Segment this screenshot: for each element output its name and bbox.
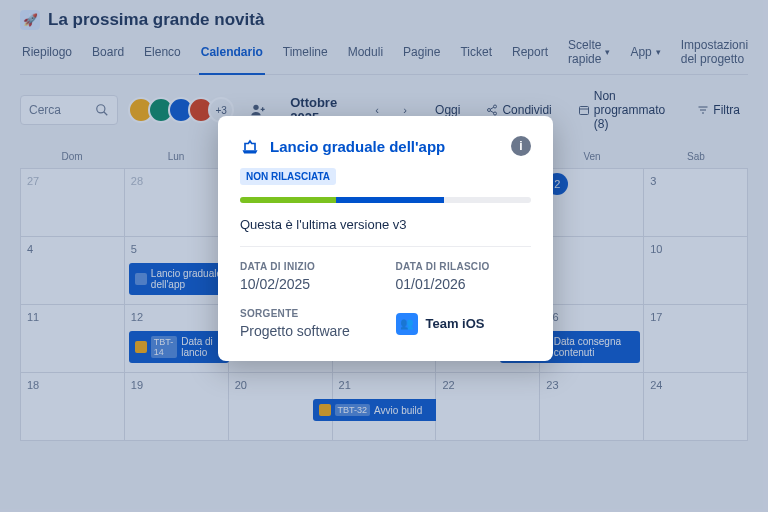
- calendar-cell[interactable]: 10: [644, 237, 748, 305]
- release-date-value: 01/01/2026: [396, 276, 532, 292]
- svg-rect-8: [579, 107, 588, 115]
- start-date-label: DATA DI INIZIO: [240, 261, 376, 272]
- unscheduled-button[interactable]: Non programmato (8): [570, 85, 680, 135]
- svg-point-2: [254, 105, 259, 110]
- calendar-cell[interactable]: 27: [21, 169, 125, 237]
- calendar-cell[interactable]: 5 Lancio graduale dell'app: [125, 237, 229, 305]
- event-tbt14[interactable]: TBT-14 Data di lancio: [129, 331, 229, 363]
- calendar-cell[interactable]: 19: [125, 373, 229, 441]
- svg-line-6: [491, 107, 495, 109]
- tab-pages[interactable]: Pagine: [401, 38, 442, 74]
- tab-report[interactable]: Report: [510, 38, 550, 74]
- day-header: Lun: [124, 151, 228, 162]
- progress-bar: [240, 197, 531, 203]
- filter-button[interactable]: Filtra: [689, 99, 748, 121]
- team-link[interactable]: 👥 Team iOS: [396, 308, 532, 339]
- calendar-cell[interactable]: 2: [540, 169, 644, 237]
- svg-point-5: [494, 112, 497, 115]
- calendar-cell[interactable]: 17: [644, 305, 748, 373]
- svg-point-0: [97, 105, 105, 113]
- day-header: Ven: [540, 151, 644, 162]
- svg-line-1: [104, 112, 108, 116]
- calendar-cell[interactable]: 18: [21, 373, 125, 441]
- start-date-value: 10/02/2025: [240, 276, 376, 292]
- calendar-cell[interactable]: 24: [644, 373, 748, 441]
- source-value: Progetto software: [240, 323, 376, 339]
- calendar-cell[interactable]: 16 TBT-27 Data consegna contenuti: [540, 305, 644, 373]
- tab-board[interactable]: Board: [90, 38, 126, 74]
- calendar-cell[interactable]: 9: [540, 237, 644, 305]
- search-placeholder: Cerca: [29, 103, 61, 117]
- tab-calendar[interactable]: Calendario: [199, 38, 265, 75]
- calendar-cell[interactable]: 11: [21, 305, 125, 373]
- calendar-icon: [578, 104, 590, 116]
- svg-point-3: [494, 105, 497, 108]
- calendar-cell[interactable]: 21 TBT-32 Avvio build: [333, 373, 437, 441]
- popup-title[interactable]: Lancio graduale dell'app: [270, 138, 501, 155]
- tab-tickets[interactable]: Ticket: [458, 38, 494, 74]
- info-icon[interactable]: i: [511, 136, 531, 156]
- day-header: Dom: [20, 151, 124, 162]
- svg-point-4: [488, 109, 491, 112]
- ticket-icon: [319, 404, 331, 416]
- event-tbt32[interactable]: TBT-32 Avvio build: [313, 399, 453, 421]
- release-popup: Lancio graduale dell'app i NON RILASCIAT…: [218, 116, 553, 361]
- search-icon: [95, 103, 109, 117]
- ship-icon: [135, 273, 147, 285]
- search-input[interactable]: Cerca: [20, 95, 118, 125]
- calendar-cell[interactable]: 22: [436, 373, 540, 441]
- release-date-label: DATA DI RILASCIO: [396, 261, 532, 272]
- calendar-cell[interactable]: 12 TBT-14 Data di lancio: [125, 305, 229, 373]
- tab-summary[interactable]: Riepilogo: [20, 38, 74, 74]
- chevron-down-icon: ▾: [605, 47, 610, 57]
- tab-list[interactable]: Elenco: [142, 38, 183, 74]
- tab-forms[interactable]: Moduli: [346, 38, 385, 74]
- tab-timeline[interactable]: Timeline: [281, 38, 330, 74]
- ticket-icon: [135, 341, 147, 353]
- tab-apps[interactable]: App▾: [628, 38, 662, 74]
- tab-settings[interactable]: Impostazioni del progetto: [679, 38, 750, 74]
- status-badge: NON RILASCIATA: [240, 168, 336, 185]
- ship-icon: [240, 136, 260, 156]
- popup-description: Questa è l'ultima versione v3: [240, 217, 531, 247]
- calendar-cell[interactable]: 4: [21, 237, 125, 305]
- calendar-cell[interactable]: 23: [540, 373, 644, 441]
- svg-line-7: [491, 111, 495, 113]
- tab-shortcuts[interactable]: Scelte rapide▾: [566, 38, 612, 74]
- day-header: Sab: [644, 151, 748, 162]
- tab-bar: Riepilogo Board Elenco Calendario Timeli…: [20, 38, 748, 75]
- calendar-cell[interactable]: 3: [644, 169, 748, 237]
- share-icon: [486, 104, 498, 116]
- team-icon: 👥: [396, 313, 418, 335]
- chevron-down-icon: ▾: [656, 47, 661, 57]
- calendar-cell[interactable]: 28: [125, 169, 229, 237]
- page-title: La prossima grande novità: [48, 10, 264, 30]
- filter-icon: [697, 104, 709, 116]
- source-label: SORGENTE: [240, 308, 376, 319]
- project-icon: 🚀: [20, 10, 40, 30]
